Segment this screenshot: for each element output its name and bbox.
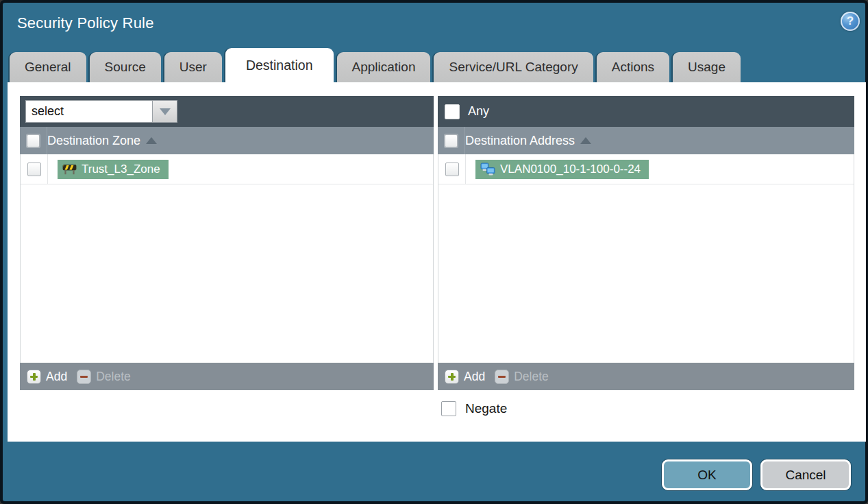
address-chip[interactable]: VLAN0100_10-1-100-0--24 [475,160,649,179]
address-row-checkbox-cell [438,154,466,184]
tab-service-url-category[interactable]: Service/URL Category [434,52,593,82]
zone-chip-label: Trust_L3_Zone [82,163,160,176]
address-add-label: Add [464,370,485,384]
destination-zone-panel: Destination Zone [20,96,434,390]
delete-minus-icon [77,370,91,384]
zone-list: Trust_L3_Zone [20,154,434,363]
zone-select-input[interactable] [25,100,152,123]
dialog-body: Security Policy Rule ? General Source Us… [3,3,865,501]
security-policy-rule-dialog: Security Policy Rule ? General Source Us… [0,0,868,504]
chevron-down-icon [160,108,171,115]
tab-source[interactable]: Source [90,52,161,82]
zone-row-checkbox-cell [21,154,48,184]
address-toolbar: Any [438,96,854,127]
zone-add-button[interactable]: Add [27,370,67,384]
address-row-checkbox[interactable] [445,163,459,176]
zone-delete-label: Delete [96,370,131,384]
tab-user[interactable]: User [164,52,222,82]
cancel-button[interactable]: Cancel [760,459,851,490]
zone-select-dropdown [25,100,177,123]
zone-select-dropdown-button[interactable] [152,100,177,123]
address-delete-button[interactable]: Delete [495,370,549,384]
address-list: VLAN0100_10-1-100-0--24 [438,154,854,363]
negate-option: Negate [441,401,507,416]
address-footer: Add Delete [438,363,854,390]
negate-checkbox[interactable] [441,401,456,416]
address-chip-label: VLAN0100_10-1-100-0--24 [500,163,641,176]
address-select-all-cell [438,127,465,154]
tab-actions[interactable]: Actions [597,52,669,82]
add-plus-icon [27,370,41,384]
any-label: Any [468,104,489,119]
zone-select-all-cell [20,127,47,154]
address-network-icon [480,163,495,176]
negate-label: Negate [465,401,507,416]
tab-destination[interactable]: Destination [225,48,334,82]
tab-application[interactable]: Application [337,52,431,82]
zone-toolbar [20,96,434,127]
add-plus-icon [445,370,459,384]
ok-button[interactable]: OK [662,459,752,490]
any-checkbox[interactable] [445,104,460,119]
zone-select-all-checkbox[interactable] [27,134,40,147]
address-column-header[interactable]: Destination Address [465,134,575,148]
zone-delete-button[interactable]: Delete [77,370,131,384]
address-add-button[interactable]: Add [445,370,485,384]
zone-column-header-row: Destination Zone [20,127,434,154]
help-icon[interactable]: ? [841,12,860,31]
table-row[interactable]: VLAN0100_10-1-100-0--24 [438,154,854,184]
address-select-all-checkbox[interactable] [445,134,458,147]
address-delete-label: Delete [514,370,549,384]
delete-minus-icon [495,370,509,384]
tab-bar: General Source User Destination Applicat… [10,48,858,82]
destination-address-panel: Any Destination Address [438,96,854,390]
zone-footer: Add Delete [20,363,434,390]
sort-ascending-icon[interactable] [580,137,591,144]
zone-column-header[interactable]: Destination Zone [47,134,140,148]
dialog-title: Security Policy Rule [17,14,154,32]
tab-usage[interactable]: Usage [673,52,741,82]
zone-add-label: Add [46,370,67,384]
tab-general[interactable]: General [10,52,86,82]
zone-barricade-icon [62,163,77,175]
destination-tab-content: Destination Zone [8,82,866,442]
address-column-header-row: Destination Address [438,127,854,154]
table-row[interactable]: Trust_L3_Zone [21,154,433,184]
zone-chip[interactable]: Trust_L3_Zone [58,160,169,179]
sort-ascending-icon[interactable] [146,137,157,144]
zone-row-checkbox[interactable] [27,163,41,176]
